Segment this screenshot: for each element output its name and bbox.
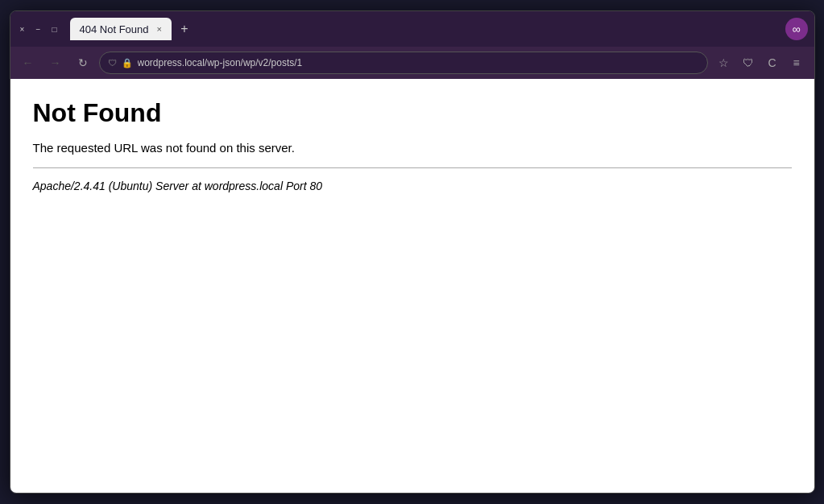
active-tab[interactable]: 404 Not Found × — [70, 18, 172, 40]
pocket-button[interactable]: 🛡 — [737, 52, 760, 74]
back-button[interactable]: ← — [17, 52, 39, 74]
forward-button[interactable]: → — [44, 52, 67, 74]
url-text: wordpress.local/wp-json/wp/v2/posts/1 — [138, 57, 303, 68]
minimize-button[interactable]: − — [33, 23, 44, 35]
title-bar: × − □ 404 Not Found × + ∞ — [10, 11, 814, 47]
server-info: Apache/2.4.41 (Ubuntu) Server at wordpre… — [33, 180, 792, 192]
divider — [33, 167, 792, 168]
menu-button[interactable]: ≡ — [785, 52, 808, 74]
tab-bar: 404 Not Found × + — [70, 18, 782, 40]
refresh-button[interactable]: ↻ — [72, 52, 94, 74]
close-button[interactable]: × — [17, 23, 28, 35]
error-heading: Not Found — [33, 98, 792, 128]
lock-icon: 🔒 — [122, 58, 133, 68]
maximize-button[interactable]: □ — [49, 23, 60, 35]
bookmark-button[interactable]: ☆ — [713, 52, 735, 74]
window-controls: × − □ — [17, 23, 60, 35]
account-button[interactable]: C — [761, 52, 784, 74]
error-message: The requested URL was not found on this … — [33, 141, 792, 155]
nav-actions: ☆ 🛡 C ≡ — [713, 52, 808, 74]
tab-close-button[interactable]: × — [157, 24, 162, 34]
shield-icon: 🛡 — [108, 58, 117, 68]
browser-window: × − □ 404 Not Found × + ∞ ← → ↻ 🛡 🔒 word… — [10, 10, 815, 494]
nav-bar: ← → ↻ 🛡 🔒 wordpress.local/wp-json/wp/v2/… — [10, 47, 814, 79]
browser-logo: ∞ — [785, 18, 808, 40]
new-tab-button[interactable]: + — [173, 18, 196, 40]
page-content: Not Found The requested URL was not foun… — [10, 79, 814, 493]
tab-title: 404 Not Found — [80, 23, 149, 35]
address-bar[interactable]: 🛡 🔒 wordpress.local/wp-json/wp/v2/posts/… — [99, 52, 708, 74]
